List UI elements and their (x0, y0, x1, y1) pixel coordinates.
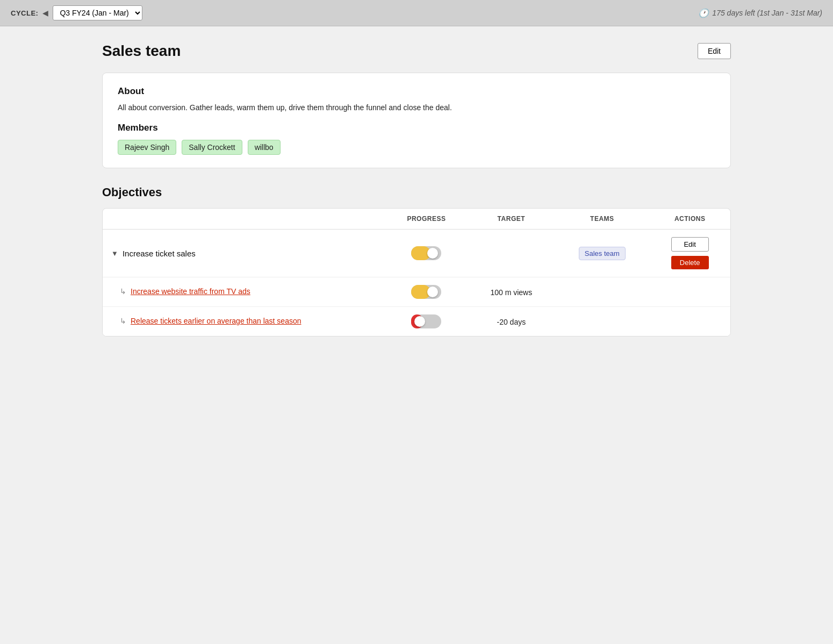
top-bar: CYCLE: ◀ Q3 FY24 (Jan - Mar) 🕐 175 days … (0, 0, 833, 26)
table-row: ↳ Release tickets earlier on average tha… (103, 307, 730, 337)
col-header-name (103, 209, 385, 230)
actions-cell (649, 277, 730, 307)
objective-name-cell: ▼ Increase ticket sales (103, 230, 385, 277)
progress-cell (385, 307, 468, 337)
teams-cell (555, 277, 649, 307)
about-title: About (118, 86, 715, 97)
sub-objective-name-cell: ↳ Increase website traffic from TV ads (103, 277, 385, 307)
progress-cell (385, 230, 468, 277)
objectives-section-title: Objectives (102, 185, 731, 199)
sub-objective-link[interactable]: Increase website traffic from TV ads (131, 287, 250, 297)
progress-toggle-yellow (394, 285, 459, 299)
toggle-knob (427, 287, 438, 297)
about-description: All about conversion. Gather leads, warm… (118, 103, 715, 112)
toggle-knob (414, 316, 425, 327)
objective-name: ▼ Increase ticket sales (111, 249, 377, 258)
team-badge[interactable]: Sales team (579, 247, 626, 260)
sub-objective-name: ↳ Release tickets earlier on average tha… (111, 316, 377, 327)
toggle-knob (427, 248, 438, 259)
col-header-actions: ACTIONS (649, 209, 730, 230)
members-title: Members (118, 123, 715, 133)
sub-arrow-icon: ↳ (120, 287, 126, 296)
sub-objective-link[interactable]: Release tickets earlier on average than … (131, 316, 301, 327)
members-list: Rajeev Singh Sally Crockett willbo (118, 140, 715, 155)
toggle-track (411, 285, 441, 299)
actions-wrapper: Edit Delete (658, 237, 722, 269)
progress-toggle-yellow (394, 246, 459, 260)
progress-cell (385, 277, 468, 307)
page-edit-button[interactable]: Edit (698, 43, 731, 59)
objectives-card: PROGRESS TARGET TEAMS ACTIONS ▼ Increase… (102, 208, 731, 337)
target-cell (468, 230, 555, 277)
main-content: Sales team Edit About All about conversi… (86, 26, 747, 353)
page-header: Sales team Edit (102, 42, 731, 60)
col-header-teams: TEAMS (555, 209, 649, 230)
sub-arrow-icon: ↳ (120, 317, 126, 325)
progress-toggle-red (394, 314, 459, 328)
table-row: ▼ Increase ticket sales (103, 230, 730, 277)
sub-objective-name-cell: ↳ Release tickets earlier on average tha… (103, 307, 385, 337)
toggle-track (411, 246, 441, 260)
col-header-target: TARGET (468, 209, 555, 230)
objective-edit-button[interactable]: Edit (671, 237, 709, 252)
target-value: 100 m views (490, 288, 532, 297)
time-left-text: 175 days left (1st Jan - 31st Mar) (712, 9, 822, 17)
col-header-progress: PROGRESS (385, 209, 468, 230)
teams-cell (555, 307, 649, 337)
member-tag: Sally Crockett (182, 140, 242, 155)
target-cell: 100 m views (468, 277, 555, 307)
member-tag: willbo (248, 140, 281, 155)
chevron-down-icon[interactable]: ▼ (111, 249, 118, 257)
objective-delete-button[interactable]: Delete (671, 256, 709, 269)
toggle-track (411, 314, 441, 328)
cycle-dropdown[interactable]: Q3 FY24 (Jan - Mar) (53, 5, 142, 20)
time-left-display: 🕐 175 days left (1st Jan - 31st Mar) (698, 8, 822, 18)
actions-cell: Edit Delete (649, 230, 730, 277)
member-tag: Rajeev Singh (118, 140, 176, 155)
teams-cell: Sales team (555, 230, 649, 277)
objectives-table: PROGRESS TARGET TEAMS ACTIONS ▼ Increase… (103, 209, 730, 336)
target-value: -20 days (497, 318, 526, 326)
target-cell: -20 days (468, 307, 555, 337)
table-header-row: PROGRESS TARGET TEAMS ACTIONS (103, 209, 730, 230)
table-row: ↳ Increase website traffic from TV ads (103, 277, 730, 307)
about-card: About All about conversion. Gather leads… (102, 73, 731, 168)
cycle-selector-group: CYCLE: ◀ Q3 FY24 (Jan - Mar) (11, 5, 142, 20)
sub-objective-name: ↳ Increase website traffic from TV ads (111, 287, 377, 297)
actions-cell (649, 307, 730, 337)
objective-title: Increase ticket sales (123, 249, 196, 258)
page-title: Sales team (102, 42, 181, 60)
clock-icon: 🕐 (698, 8, 709, 18)
cycle-label: CYCLE: (11, 9, 38, 17)
cycle-back-arrow[interactable]: ◀ (42, 9, 48, 17)
